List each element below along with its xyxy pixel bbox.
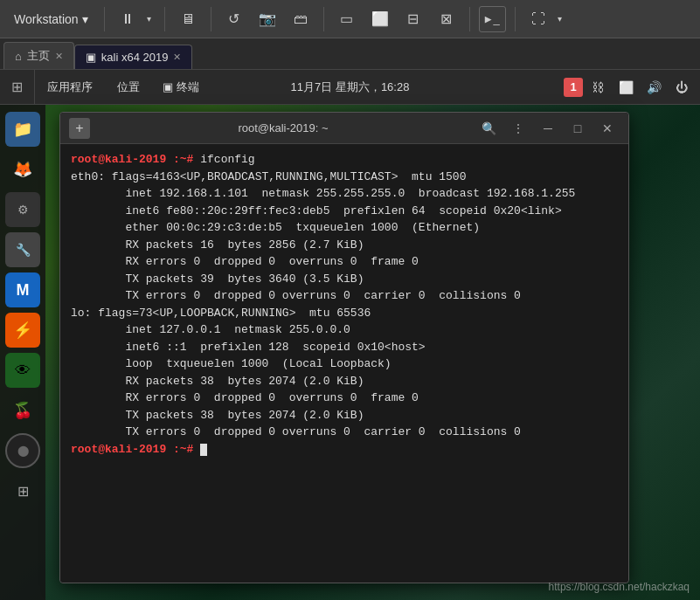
terminal-label: 终端	[177, 79, 199, 95]
view3-button[interactable]: ⊟	[399, 6, 427, 32]
terminal-command-line: root@kali-2019 :~# ifconfig	[71, 151, 618, 169]
sidebar-files[interactable]: 📁	[5, 112, 40, 147]
sidebar-browser[interactable]: 🦊	[5, 152, 40, 187]
output-line: inet6 fe80::20c:29ff:fec3:deb5 prefixlen…	[71, 203, 618, 220]
sidebar-app3[interactable]: ⚙	[5, 192, 40, 227]
sidebar-burp[interactable]: ⚡	[5, 313, 40, 348]
restore-button[interactable]: 🗃	[287, 6, 315, 32]
tab-home[interactable]: ⌂ 主页 ✕	[3, 42, 74, 69]
kali-menu-apps[interactable]: 应用程序	[35, 70, 105, 105]
kali-tab-close[interactable]: ✕	[173, 52, 181, 63]
output-line: lo: flags=73<UP,LOOPBACK,RUNNING> mtu 65…	[71, 305, 618, 322]
sidebar-metasploit[interactable]: M	[5, 272, 40, 307]
sidebar-cherry[interactable]: 🍒	[5, 393, 40, 428]
view4-button[interactable]: ⊠	[433, 6, 461, 32]
power-icon[interactable]: ⏻	[669, 74, 695, 100]
terminal-minimize-button[interactable]: ─	[536, 116, 560, 141]
terminal-close-button[interactable]: ✕	[595, 116, 620, 141]
home-label: 主页	[27, 48, 50, 64]
volume-icon[interactable]: 🔊	[641, 74, 667, 100]
terminal-maximize-button[interactable]: □	[565, 116, 590, 141]
kali-tab-icon: ▣	[86, 51, 96, 64]
pause-group: ⏸ ▾	[114, 6, 156, 32]
toolbar-separator-6	[515, 7, 516, 31]
display-icon[interactable]: ⬜	[613, 74, 639, 100]
kali-menu-location[interactable]: 位置	[105, 70, 152, 105]
toolbar-separator-4	[323, 7, 324, 31]
kali-tab-label: kali x64 2019	[101, 51, 169, 64]
terminal-body[interactable]: root@kali-2019 :~# ifconfig eth0: flags=…	[60, 144, 628, 583]
output-line: ether 00:0c:29:c3:de:b5 txqueuelen 1000 …	[71, 219, 618, 237]
vm-desktop: ⊞ 应用程序 位置 ▣ 终端 11月7日 星期六，16:28 1 ⛓ ⬜ 🔊 ⏻…	[0, 70, 700, 600]
kali-system-tray: 1 ⛓ ⬜ 🔊 ⏻	[564, 74, 700, 100]
toolbar-separator-1	[104, 7, 105, 31]
terminal-prompt-line: root@kali-2019 :~#	[71, 441, 618, 459]
terminal-window: + root@kali-2019: ~ 🔍 ⋮ ─ □ ✕ root@kali-…	[59, 112, 629, 583]
kali-apps-grid-button[interactable]: ⊞	[0, 70, 35, 105]
tab-bar: ⌂ 主页 ✕ ▣ kali x64 2019 ✕	[0, 38, 700, 70]
kali-terminal-button[interactable]: ▣ 终端	[152, 70, 210, 105]
output-line: eth0: flags=4163<UP,BROADCAST,RUNNING,MU…	[71, 169, 618, 186]
workstation-label: Workstation	[14, 12, 79, 26]
output-line: inet6 ::1 prefixlen 128 scopeid 0x10<hos…	[71, 339, 618, 356]
console-button[interactable]: ▶_	[479, 6, 506, 32]
kali-taskbar: ⊞ 应用程序 位置 ▣ 终端 11月7日 星期六，16:28 1 ⛓ ⬜ 🔊 ⏻	[0, 70, 700, 105]
terminal-search-button[interactable]: 🔍	[476, 116, 501, 141]
output-line: TX errors 0 dropped 0 overruns 0 carrier…	[71, 424, 618, 441]
snapshot2-button[interactable]: 📷	[253, 6, 281, 32]
terminal-cursor	[200, 444, 207, 456]
add-terminal-tab-button[interactable]: +	[69, 118, 90, 139]
toolbar-separator-2	[164, 7, 165, 31]
sidebar-disc[interactable]: ⬤	[5, 433, 40, 468]
output-line: RX packets 16 bytes 2856 (2.7 KiB)	[71, 237, 618, 254]
pause-chevron[interactable]: ▾	[143, 6, 156, 32]
tab-kali[interactable]: ▣ kali x64 2019 ✕	[74, 45, 193, 69]
fullscreen-button[interactable]: ⛶	[524, 6, 552, 32]
terminal-icon: ▣	[163, 80, 173, 93]
terminal-title: root@kali-2019: ~	[95, 121, 471, 134]
command-text: ifconfig	[200, 153, 254, 166]
output-line: TX errors 0 dropped 0 overruns 0 carrier…	[71, 287, 618, 305]
output-line: RX packets 38 bytes 2074 (2.0 KiB)	[71, 373, 618, 390]
toolbar-separator-3	[211, 7, 211, 31]
output-line: inet 127.0.0.1 netmask 255.0.0.0	[71, 321, 618, 339]
home-tab-close[interactable]: ✕	[55, 51, 63, 62]
view1-button[interactable]: ▭	[333, 6, 361, 32]
network-icon[interactable]: ⛓	[585, 74, 611, 100]
fullscreen-chevron[interactable]: ▾	[554, 6, 566, 32]
snapshot-button[interactable]: 🖥	[174, 6, 202, 32]
home-icon: ⌂	[15, 50, 22, 63]
workstation-chevron: ▾	[82, 12, 88, 26]
workstation-button[interactable]: Workstation ▾	[7, 9, 95, 30]
output-line: TX packets 38 bytes 2074 (2.0 KiB)	[71, 407, 618, 424]
terminal-menu-button[interactable]: ⋮	[506, 116, 530, 141]
workspace-number[interactable]: 1	[564, 78, 583, 97]
fullscreen-group: ⛶ ▾	[524, 6, 566, 32]
output-line: inet 192.168.1.101 netmask 255.255.255.0…	[71, 185, 618, 203]
terminal-titlebar: + root@kali-2019: ~ 🔍 ⋮ ─ □ ✕	[60, 113, 628, 144]
final-prompt-suffix: :~#	[166, 443, 200, 456]
sidebar-eye[interactable]: 👁	[5, 353, 40, 388]
revert-button[interactable]: ↺	[220, 6, 248, 32]
pause-button[interactable]: ⏸	[114, 6, 142, 32]
top-toolbar: Workstation ▾ ⏸ ▾ 🖥 ↺ 📷 🗃 ▭ ⬜ ⊟ ⊠ ▶_ ⛶ ▾	[0, 0, 700, 38]
watermark: https://blog.csdn.net/hackzkaq	[549, 581, 690, 593]
view2-button[interactable]: ⬜	[366, 6, 394, 32]
output-line: loop txqueuelen 1000 (Local Loopback)	[71, 355, 618, 373]
prompt-suffix: :~#	[166, 153, 200, 166]
kali-sidebar: 📁 🦊 ⚙ 🔧 M ⚡ 👁 🍒 ⬤ ⊞	[0, 105, 45, 600]
kali-clock: 11月7日 星期六，16:28	[291, 79, 410, 95]
output-line: RX errors 0 dropped 0 overruns 0 frame 0	[71, 390, 618, 407]
toolbar-separator-5	[469, 7, 470, 31]
sidebar-app4[interactable]: 🔧	[5, 232, 40, 267]
final-prompt-user: root@kali-2019	[71, 443, 166, 456]
prompt-user: root@kali-2019	[71, 153, 166, 166]
output-line: TX packets 39 bytes 3640 (3.5 KiB)	[71, 271, 618, 288]
output-line: RX errors 0 dropped 0 overruns 0 frame 0	[71, 253, 618, 271]
sidebar-grid[interactable]: ⊞	[5, 473, 40, 508]
terminal-output: eth0: flags=4163<UP,BROADCAST,RUNNING,MU…	[71, 169, 618, 441]
